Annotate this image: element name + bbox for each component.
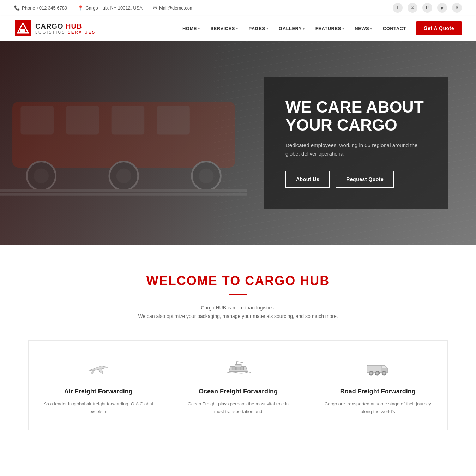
logo-icon xyxy=(14,19,32,37)
about-us-button[interactable]: About Us xyxy=(285,171,330,188)
nav-services[interactable]: SERVICES ▾ xyxy=(206,23,242,34)
welcome-text-2: We can also optimize your packaging, man… xyxy=(14,313,462,319)
ocean-freight-icon xyxy=(224,358,252,379)
services-arrow: ▾ xyxy=(236,26,238,30)
home-arrow: ▾ xyxy=(198,26,200,30)
ocean-freight-text: Ocean Freight plays perhaps the most vit… xyxy=(182,400,294,416)
pages-arrow: ▾ xyxy=(266,26,269,30)
hero-title: WE CARE ABOUT YOUR CARGO xyxy=(285,98,427,134)
road-freight-icon xyxy=(364,358,392,379)
road-freight-title: Road Freight Forwarding xyxy=(323,388,433,395)
service-card-air: Air Freight Forwarding As a leader in gl… xyxy=(28,340,168,430)
ocean-freight-title: Ocean Freight Forwarding xyxy=(182,388,294,395)
location-text: Cargo Hub, NY 10012, USA xyxy=(85,5,143,11)
air-freight-title: Air Freight Forwarding xyxy=(43,388,154,395)
gallery-arrow: ▾ xyxy=(303,26,305,30)
logo-text: CARGO HUB LOGISTICS SERVICES xyxy=(35,22,96,34)
mail-info: ✉ Mail@demo.com xyxy=(153,5,194,11)
welcome-divider xyxy=(229,294,247,295)
nav-features[interactable]: FEATURES ▾ xyxy=(311,23,349,34)
welcome-title: WELCOME TO CARGO HUB xyxy=(14,273,462,288)
svg-rect-2 xyxy=(20,29,25,32)
nav-contact[interactable]: CONTACT xyxy=(379,23,410,34)
air-freight-text: As a leader in global air freight forwar… xyxy=(43,400,154,416)
service-card-road: Road Freight Forwarding Cargo are transp… xyxy=(308,340,448,430)
nav-news[interactable]: NEWS ▾ xyxy=(350,23,376,34)
svg-rect-18 xyxy=(232,367,236,370)
hero-section: WE CARE ABOUT YOUR CARGO Dedicated emplo… xyxy=(0,41,476,245)
features-arrow: ▾ xyxy=(342,26,344,30)
brand-tagline: LOGISTICS SERVICES xyxy=(35,30,96,34)
youtube-icon[interactable]: ▶ xyxy=(437,3,447,13)
svg-point-25 xyxy=(370,372,372,374)
nav-links: HOME ▾ SERVICES ▾ PAGES ▾ GALLERY ▾ FEAT… xyxy=(178,21,462,35)
hero-content: WE CARE ABOUT YOUR CARGO Dedicated emplo… xyxy=(0,41,476,245)
svg-point-27 xyxy=(376,372,378,374)
svg-rect-19 xyxy=(236,367,240,370)
phone-info: 📞 Phone +012 345 6789 xyxy=(14,5,67,11)
logo[interactable]: CARGO HUB LOGISTICS SERVICES xyxy=(14,19,96,37)
pinterest-icon[interactable]: P xyxy=(422,3,432,13)
nav-home[interactable]: HOME ▾ xyxy=(178,23,204,34)
mail-text: Mail@demo.com xyxy=(159,5,194,11)
skype-icon[interactable]: S xyxy=(452,3,462,13)
hero-subtitle: Dedicated employees, working in 06 regio… xyxy=(285,141,427,158)
brand-name: CARGO HUB xyxy=(35,22,96,30)
facebook-icon[interactable]: f xyxy=(393,3,403,13)
phone-text: Phone +012 345 6789 xyxy=(22,5,67,11)
phone-icon: 📞 xyxy=(14,5,20,11)
location-icon: 📍 xyxy=(78,5,83,11)
hero-title-line1: WE CARE ABOUT xyxy=(285,98,424,116)
service-card-ocean: Ocean Freight Forwarding Ocean Freight p… xyxy=(168,340,308,430)
request-quote-button[interactable]: Request Quote xyxy=(336,171,394,188)
road-freight-text: Cargo are transported at some stage of t… xyxy=(323,400,433,416)
welcome-title-prefix: WELCOME TO CARGO xyxy=(146,273,300,288)
svg-point-29 xyxy=(383,372,385,374)
welcome-section: WELCOME TO CARGO HUB Cargo HUB is more t… xyxy=(0,245,476,451)
location-info: 📍 Cargo Hub, NY 10012, USA xyxy=(78,5,143,11)
services-grid: Air Freight Forwarding As a leader in gl… xyxy=(28,340,448,430)
news-arrow: ▾ xyxy=(370,26,372,30)
svg-rect-20 xyxy=(241,367,244,370)
air-freight-icon xyxy=(84,358,113,379)
nav-pages[interactable]: PAGES ▾ xyxy=(244,23,272,34)
hero-box: WE CARE ABOUT YOUR CARGO Dedicated emplo… xyxy=(264,77,448,209)
welcome-text-1: Cargo HUB is more than logistics. xyxy=(14,305,462,311)
nav-gallery[interactable]: GALLERY ▾ xyxy=(275,23,309,34)
navbar: CARGO HUB LOGISTICS SERVICES HOME ▾ SERV… xyxy=(0,16,476,41)
hero-title-line2: YOUR CARGO xyxy=(285,116,397,134)
top-bar: 📞 Phone +012 345 6789 📍 Cargo Hub, NY 10… xyxy=(0,0,476,16)
twitter-icon[interactable]: 𝕏 xyxy=(408,3,417,13)
hero-buttons: About Us Request Quote xyxy=(285,171,427,188)
get-quote-button[interactable]: Get A Quote xyxy=(416,21,462,35)
welcome-title-highlight: HUB xyxy=(300,273,330,288)
social-links: f 𝕏 P ▶ S xyxy=(393,3,462,13)
svg-line-22 xyxy=(237,361,243,363)
mail-icon: ✉ xyxy=(153,5,157,11)
top-bar-contact-info: 📞 Phone +012 345 6789 📍 Cargo Hub, NY 10… xyxy=(14,5,194,11)
